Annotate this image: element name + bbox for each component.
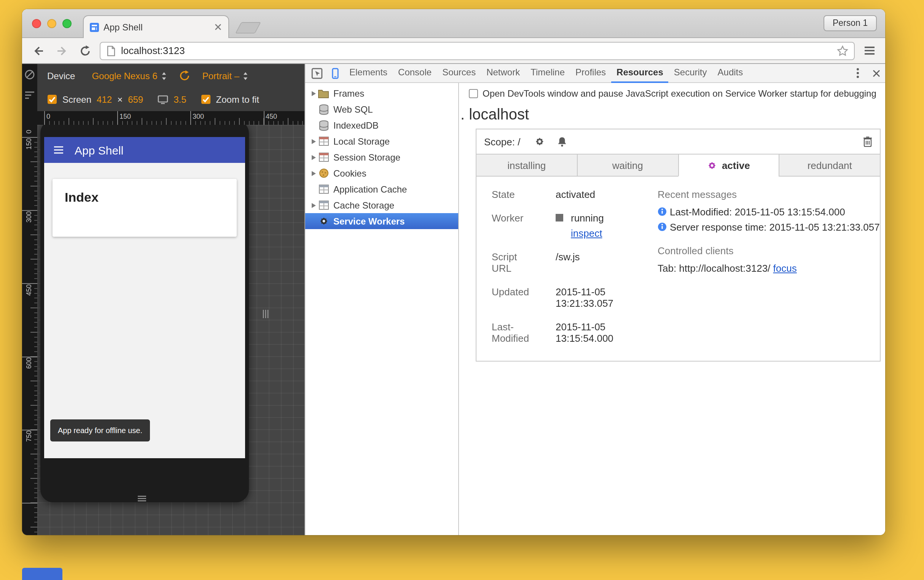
sidebar-item-cache-storage[interactable]: Cache Storage	[305, 197, 458, 213]
close-devtools-icon[interactable]	[867, 64, 885, 82]
device-resize-handle-vertical[interactable]	[138, 491, 146, 505]
device-model-value: Google Nexus 6	[92, 71, 157, 81]
sidebar-item-label: Session Storage	[333, 152, 400, 163]
sidebar-item-web-sql[interactable]: Web SQL	[305, 101, 458, 117]
sidebar-item-label: Local Storage	[333, 136, 390, 147]
select-arrows-icon	[161, 71, 167, 80]
database-icon	[317, 103, 329, 115]
device-toolbar: Device Google Nexus 6 Portrait –	[37, 64, 305, 111]
disclosure-triangle-icon[interactable]	[309, 90, 317, 96]
service-worker-card: Scope: /	[476, 129, 881, 362]
inspect-element-icon[interactable]	[308, 64, 326, 82]
profile-button[interactable]: Person 1	[824, 15, 877, 31]
background-window-sliver	[22, 568, 63, 580]
sidebar-item-indexeddb[interactable]: IndexedDB	[305, 117, 458, 133]
times-label: ×	[117, 94, 122, 105]
menu-button[interactable]	[860, 41, 878, 60]
sidebar-item-frames[interactable]: Frames	[305, 85, 458, 101]
device-resize-handle-horizontal[interactable]	[263, 308, 268, 321]
sw-tab-redundant[interactable]: redundant	[779, 155, 880, 176]
screen-checkbox[interactable]	[47, 94, 57, 104]
minimize-window-button[interactable]	[47, 19, 56, 28]
table-icon	[317, 199, 329, 211]
dpr-value[interactable]: 3.5	[173, 94, 186, 105]
sw-tab-waiting[interactable]: waiting	[577, 155, 678, 176]
push-bell-icon[interactable]	[557, 136, 567, 147]
emulation-canvas: App Shell Index App ready for offline us…	[37, 125, 305, 535]
desktop: App Shell Person 1 loc	[0, 0, 924, 580]
disclosure-triangle-icon[interactable]	[309, 154, 317, 160]
table-icon	[317, 151, 329, 163]
sw-lifecycle-tabs: installing waiting active redundant	[476, 154, 880, 176]
orientation-select[interactable]: Portrait –	[203, 71, 249, 81]
tab-timeline[interactable]: Timeline	[525, 64, 570, 82]
url-text[interactable]: localhost:3123	[121, 45, 185, 56]
new-tab-button[interactable]	[235, 22, 261, 33]
origin-heading: . localhost	[461, 106, 885, 123]
close-window-button[interactable]	[32, 19, 41, 28]
sidebar-item-label: IndexedDB	[333, 120, 379, 130]
zoom-window-button[interactable]	[63, 19, 72, 28]
forward-button[interactable]	[53, 41, 71, 60]
resources-sidebar: Frames Web SQL IndexedDB	[305, 83, 459, 535]
worker-label: Worker	[492, 213, 534, 239]
sidebar-item-service-workers[interactable]: Service Workers	[305, 213, 458, 229]
sw-tab-installing[interactable]: installing	[476, 155, 577, 176]
client-row: Tab: http://localhost:3123/ focus	[657, 263, 874, 274]
reload-button[interactable]	[76, 41, 94, 60]
tab-security[interactable]: Security	[669, 64, 712, 82]
disclosure-triangle-icon[interactable]	[309, 138, 317, 144]
tab-sources[interactable]: Sources	[437, 64, 481, 82]
browser-tab[interactable]: App Shell	[83, 15, 229, 38]
disclosure-triangle-icon[interactable]	[309, 170, 317, 176]
screen-height-value[interactable]: 659	[128, 94, 143, 105]
browser-toolbar: localhost:3123	[22, 38, 885, 64]
disable-emulation-icon[interactable]	[24, 69, 36, 81]
tab-audits[interactable]: Audits	[712, 64, 749, 82]
device-model-select[interactable]: Google Nexus 6	[92, 71, 166, 81]
bookmark-star-icon[interactable]	[837, 44, 850, 58]
last-modified-label: Last-Modified	[492, 321, 534, 344]
app-menu-icon[interactable]	[53, 145, 64, 155]
app-header-title: App Shell	[74, 143, 123, 157]
tab-network[interactable]: Network	[481, 64, 525, 82]
sw-tab-active[interactable]: active	[678, 155, 779, 176]
disclosure-triangle-icon[interactable]	[309, 202, 317, 208]
tab-resources[interactable]: Resources	[611, 64, 669, 82]
worker-status-square	[556, 214, 563, 221]
sidebar-item-cookies[interactable]: Cookies	[305, 165, 458, 181]
tab-favicon-icon	[89, 22, 99, 32]
sidebar-item-local-storage[interactable]: Local Storage	[305, 133, 458, 149]
screen-width-value[interactable]: 412	[97, 94, 112, 105]
pause-on-sw-startup-label: Open DevTools window and pause JavaScrip…	[483, 88, 876, 99]
toggle-device-mode-icon[interactable]	[326, 64, 344, 82]
delete-trash-icon[interactable]	[863, 136, 872, 147]
devtools-panel: Elements Console Sources Network Timelin…	[305, 64, 885, 535]
service-workers-pane: Open DevTools window and pause JavaScrip…	[459, 83, 885, 535]
tab-profiles[interactable]: Profiles	[570, 64, 611, 82]
browser-titlebar: App Shell Person 1	[22, 9, 885, 38]
inspect-link[interactable]: inspect	[571, 227, 602, 239]
window-controls	[32, 19, 72, 28]
device-screen: App Shell Index App ready for offline us…	[44, 137, 245, 458]
tab-console[interactable]: Console	[393, 64, 437, 82]
media-queries-icon[interactable]	[24, 89, 36, 101]
recent-messages-heading: Recent messages	[657, 189, 874, 200]
sw-tab-active-label: active	[722, 160, 750, 171]
sidebar-item-session-storage[interactable]: Session Storage	[305, 149, 458, 165]
focus-link[interactable]: focus	[773, 263, 797, 274]
sidebar-item-application-cache[interactable]: Application Cache	[305, 181, 458, 197]
zoom-to-fit-checkbox[interactable]	[201, 94, 211, 104]
tab-elements[interactable]: Elements	[344, 64, 393, 82]
tab-close-icon[interactable]	[212, 22, 223, 32]
sidebar-item-label: Web SQL	[333, 104, 373, 115]
message-text: Server response time: 2015-11-05 13:21:3…	[670, 221, 880, 233]
v-ruler-label: 750	[25, 427, 33, 445]
message-row: Last-Modified: 2015-11-05 13:15:54.000	[657, 206, 874, 218]
back-button[interactable]	[29, 41, 47, 60]
rotate-icon[interactable]	[179, 70, 190, 81]
overflow-menu-icon[interactable]	[849, 64, 867, 82]
pause-on-sw-startup-checkbox[interactable]	[469, 89, 478, 98]
sw-update-gear-icon[interactable]	[534, 136, 545, 147]
address-bar[interactable]: localhost:3123	[100, 41, 855, 60]
